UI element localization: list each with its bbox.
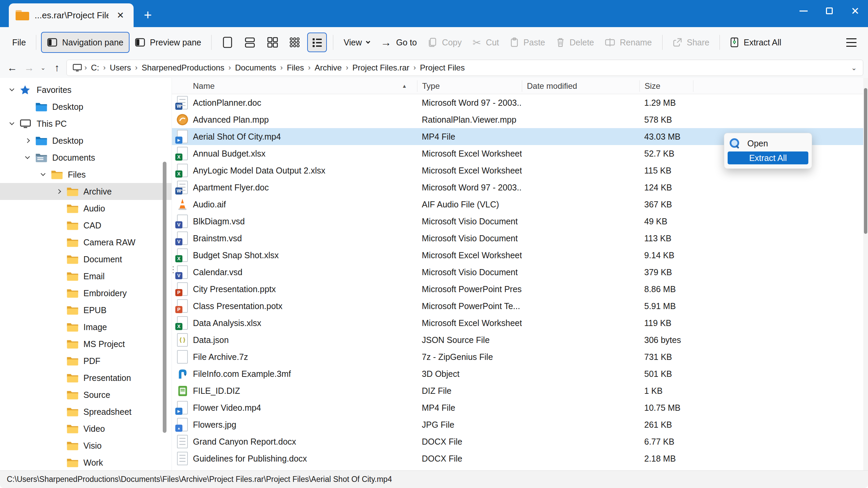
sidebar-item-archive[interactable]: Archive (0, 183, 172, 200)
chevron-right-icon[interactable] (51, 190, 66, 193)
small-icons-view-button[interactable] (285, 33, 304, 52)
file-row[interactable]: FILE_ID.DIZDIZ File1 KB (172, 382, 868, 399)
file-row[interactable]: XData Analysis.xlsxMicrosoft Excel Works… (172, 314, 868, 331)
rename-button[interactable]: Rename (599, 32, 657, 53)
history-chevron-icon[interactable]: ⌄ (39, 64, 47, 72)
sidebar-item-documents[interactable]: Documents (0, 149, 172, 166)
list-scrollbar[interactable] (864, 88, 867, 234)
sidebar-item-embroidery[interactable]: Embroidery (0, 285, 172, 302)
breadcrumb-segment[interactable]: SharpenedProductions (138, 63, 228, 73)
chevron-right-icon[interactable] (20, 139, 35, 142)
file-row[interactable]: ▶Flower Video.mp4MP4 File10.75 MB (172, 399, 868, 416)
file-row[interactable]: File Archive.7z7z - ZipGenius File731 KB (172, 348, 868, 365)
sidebar-item-source[interactable]: Source (0, 386, 172, 403)
file-row[interactable]: WApartment Flyer.docMicrosoft Word 97 - … (172, 179, 868, 196)
file-row[interactable]: PClass Presentation.potxMicrosoft PowerP… (172, 298, 868, 314)
sidebar-item-presentation[interactable]: Presentation (0, 369, 172, 386)
sidebar-item-email[interactable]: Email (0, 268, 172, 285)
goto-button[interactable]: → Go to (375, 32, 422, 53)
file-row[interactable]: FileInfo.com Example.3mf3D Object501 KB (172, 365, 868, 382)
navigation-pane-toggle[interactable]: Navigation pane (41, 32, 130, 53)
file-row[interactable]: Audio.aifAIF Audio File (VLC)367 KB (172, 196, 868, 213)
menu-button[interactable] (846, 38, 856, 47)
breadcrumb-segment[interactable]: C: (87, 63, 102, 73)
file-row[interactable]: Advanced Plan.mppRationalPlan.Viewer.mpp… (172, 111, 868, 128)
paste-button[interactable]: Paste (505, 32, 551, 53)
file-menu-button[interactable]: File (7, 32, 31, 53)
sidebar-item-cad[interactable]: CAD (0, 217, 172, 234)
extract-all-button[interactable]: Extract All (725, 32, 787, 53)
sidebar-item-desktop[interactable]: Desktop (0, 132, 172, 149)
extra-large-icons-view-button[interactable] (218, 33, 237, 52)
sidebar-item-spreadsheet[interactable]: Spreadsheet (0, 403, 172, 420)
address-chevron-down-icon[interactable]: ⌄ (851, 64, 857, 72)
sidebar-item-video[interactable]: Video (0, 420, 172, 437)
preview-pane-toggle[interactable]: Preview pane (130, 32, 206, 53)
file-row[interactable]: ▲Flowers.jpgJPG File261 KB (172, 416, 868, 433)
tab-project-files[interactable]: ...es.rar\Project Files ✕ (9, 3, 134, 27)
column-header-name[interactable]: Name ▲ (193, 80, 417, 92)
sidebar-item-epub[interactable]: EPUB (0, 302, 172, 319)
sidebar-item-camera-raw[interactable]: Camera RAW (0, 234, 172, 251)
file-row[interactable]: VBrainstm.vsdMicrosoft Visio Document113… (172, 230, 868, 247)
breadcrumb-segment[interactable]: Users (106, 63, 135, 73)
file-name: Advanced Plan.mpp (193, 115, 417, 125)
sidebar-item-audio[interactable]: Audio (0, 200, 172, 217)
sidebar-item-visio[interactable]: Visio (0, 437, 172, 454)
breadcrumb-segment[interactable]: Archive (311, 63, 345, 73)
file-row[interactable]: VBlkDiagm.vsdMicrosoft Visio Document49 … (172, 213, 868, 230)
chevron-down-icon[interactable] (4, 122, 20, 125)
delete-button[interactable]: Delete (551, 32, 599, 53)
sidebar-item-this-pc[interactable]: This PC (0, 115, 172, 132)
sidebar-item-files[interactable]: Files (0, 166, 172, 183)
trash-icon (556, 37, 565, 47)
rename-label: Rename (620, 38, 652, 47)
chevron-down-icon[interactable] (4, 88, 20, 92)
file-row[interactable]: VCalendar.vsdMicrosoft Visio Document379… (172, 264, 868, 281)
breadcrumb-segment[interactable]: Project Files (417, 63, 468, 73)
minimize-button[interactable] (791, 0, 816, 22)
maximize-button[interactable] (816, 0, 842, 22)
copy-button[interactable]: Copy (422, 32, 467, 53)
column-header-size[interactable]: Size (639, 80, 693, 92)
details-view-button[interactable] (307, 33, 327, 52)
file-row[interactable]: PCity Presentation.pptxMicrosoft PowerPo… (172, 281, 868, 298)
sidebar-item-desktop[interactable]: Desktop (0, 98, 172, 115)
sidebar-item-favorites[interactable]: Favorites (0, 81, 172, 98)
menu-item-extract-all[interactable]: Extract All (728, 151, 808, 164)
new-tab-button[interactable]: + (138, 5, 157, 24)
up-button[interactable]: ↑ (50, 62, 64, 74)
sidebar-item-document[interactable]: Document (0, 251, 172, 268)
share-button[interactable]: Share (667, 32, 715, 53)
chevron-down-icon[interactable] (20, 156, 35, 159)
sidebar-item-ms-project[interactable]: MS Project (0, 336, 172, 352)
back-button[interactable]: ← (5, 62, 20, 74)
pptx-file-icon: P (172, 282, 193, 296)
breadcrumb-segment[interactable]: Project Files.rar (349, 63, 413, 73)
tab-close-icon[interactable]: ✕ (114, 9, 127, 21)
file-row[interactable]: XBudget Snap Shot.xlsxMicrosoft Excel Wo… (172, 247, 868, 264)
menu-item-open[interactable]: Open (728, 136, 808, 151)
file-row[interactable]: WActionPlanner.docMicrosoft Word 97 - 20… (172, 94, 868, 111)
file-row[interactable]: Grand Canyon Report.docxDOCX File6.77 KB (172, 433, 868, 450)
toolbar-separator (333, 35, 333, 50)
content-view-button[interactable] (240, 33, 260, 52)
column-header-date-modified[interactable]: Date modified (522, 80, 639, 92)
breadcrumb-segment[interactable]: Documents (232, 63, 279, 73)
forward-button[interactable]: → (22, 62, 37, 74)
breadcrumb-segment[interactable]: Files (283, 63, 308, 73)
file-row[interactable]: Guidelines for Publishing.docxDOCX File2… (172, 450, 868, 467)
cut-button[interactable]: ✂ Cut (467, 32, 505, 53)
chevron-down-icon[interactable] (35, 173, 51, 176)
breadcrumb[interactable]: ›C:›Users›SharpenedProductions›Documents… (66, 60, 863, 76)
view-dropdown[interactable]: View (338, 32, 375, 53)
column-header-type[interactable]: Type (417, 80, 522, 92)
file-row[interactable]: { }Data.jsonJSON Source File306 bytes (172, 331, 868, 348)
close-button[interactable]: ✕ (842, 0, 868, 22)
sidebar-item-image[interactable]: Image (0, 319, 172, 336)
large-icons-view-button[interactable] (262, 33, 282, 52)
sidebar-item-pdf[interactable]: PDF (0, 352, 172, 369)
sidebar-scrollbar[interactable] (163, 162, 166, 433)
sidebar-item-work[interactable]: Work (0, 454, 172, 470)
file-name: Annual Budget.xlsx (193, 149, 417, 159)
